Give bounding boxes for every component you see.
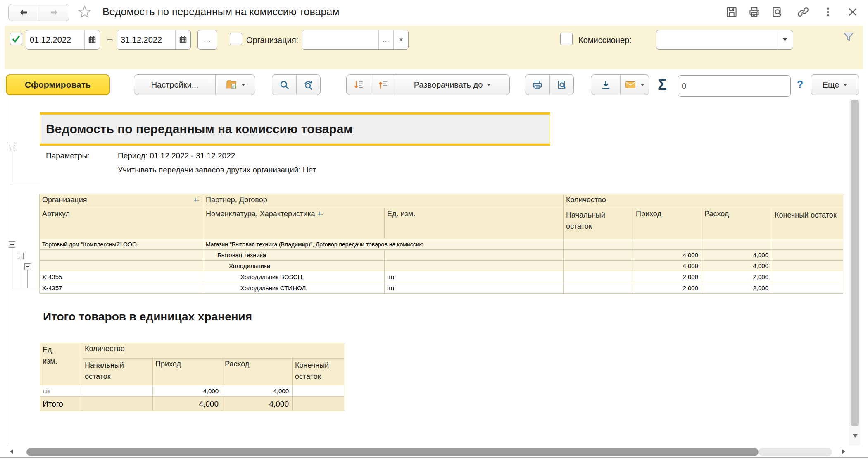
cell-nomenclature[interactable]: Холодильник СТИНОЛ, (203, 282, 385, 294)
commissioner-input[interactable] (656, 30, 777, 49)
scroll-left-arrow[interactable] (10, 449, 13, 454)
cell-expense[interactable]: 4,000 (702, 250, 772, 261)
vertical-scrollbar[interactable] (849, 99, 860, 446)
header-quantity[interactable]: Количество (564, 194, 843, 208)
header-organization[interactable]: Организация (40, 194, 203, 208)
header-end-balance[interactable]: Конечный остаток (772, 208, 843, 239)
totals-header-end[interactable]: Конечный остаток (293, 359, 344, 385)
link-button[interactable] (796, 5, 810, 19)
cell-income[interactable]: 4,000 (153, 397, 222, 411)
totals-row-grand-total[interactable]: Итого 4,000 4,000 (40, 397, 344, 411)
cell-end[interactable] (293, 385, 344, 397)
more-menu-button[interactable] (821, 5, 835, 19)
scroll-down-arrow[interactable] (853, 434, 858, 438)
favorite-star-icon[interactable] (77, 4, 93, 20)
header-artikul[interactable]: Артикул (40, 208, 203, 239)
horizontal-scrollbar[interactable] (8, 447, 848, 457)
cell-expense[interactable]: 4,000 (222, 397, 293, 411)
organization-clear-button[interactable]: × (393, 30, 408, 49)
cell-artikul[interactable]: Х-4357 (40, 282, 203, 294)
date-from-calendar-button[interactable] (84, 30, 100, 49)
cell-start[interactable] (564, 282, 633, 294)
totals-header-quantity[interactable]: Количество (82, 343, 344, 359)
table-row-item[interactable]: Х-4355 Холодильник BOSCH, шт 2,000 2,000 (40, 271, 843, 282)
header-nomenclature[interactable]: Номенклатура, Характеристика (203, 208, 385, 239)
cell-start[interactable] (564, 261, 633, 271)
cell-end[interactable] (772, 282, 843, 294)
header-unit[interactable]: Ед. изм. (385, 208, 564, 239)
totals-header-income[interactable]: Приход (153, 359, 222, 385)
sort-icon[interactable] (318, 211, 324, 217)
print-report-button[interactable] (525, 75, 549, 95)
table-row-item[interactable]: Х-4357 Холодильник СТИНОЛ, шт 2,000 2,00… (40, 282, 843, 294)
cell-nomenclature[interactable]: Бытовая техника (203, 250, 385, 261)
filter-funnel-button[interactable] (842, 31, 855, 44)
cell-organization[interactable]: Торговый дом "Комплексный" ООО (40, 239, 203, 250)
sum-input[interactable] (678, 76, 790, 96)
cell-start[interactable] (564, 271, 633, 282)
table-row-subcategory-group[interactable]: Холодильники 4,000 4,000 (40, 261, 843, 271)
cell-income[interactable]: 4,000 (633, 250, 702, 261)
collapse-groups-button[interactable] (371, 75, 395, 95)
cell-income[interactable] (633, 239, 702, 250)
cell-artikul[interactable] (40, 250, 203, 261)
cell-start[interactable] (564, 250, 633, 261)
cell-nomenclature[interactable]: Холодильники (203, 261, 385, 271)
totals-header-start[interactable]: Начальный остаток (82, 359, 153, 385)
date-from-input[interactable] (26, 30, 84, 49)
print-preview-button[interactable] (549, 75, 573, 95)
period-picker-button[interactable]: ... (197, 30, 217, 50)
table-row-organization-group[interactable]: Торговый дом "Комплексный" ООО Магазин "… (40, 239, 843, 250)
more-actions-button[interactable]: Еще (811, 75, 859, 95)
cell-expense[interactable]: 4,000 (702, 261, 772, 271)
cell-end[interactable] (772, 239, 843, 250)
report-title-cell[interactable]: Ведомость по переданным на комиссию това… (40, 112, 550, 146)
close-button[interactable] (846, 5, 860, 19)
commissioner-dropdown-button[interactable] (777, 30, 793, 49)
cell-start[interactable] (564, 239, 633, 250)
collapse-subcategory-group-button[interactable] (24, 263, 31, 270)
save-button[interactable] (725, 5, 739, 19)
cell-unit[interactable]: шт (385, 282, 564, 294)
cell-income[interactable]: 4,000 (633, 261, 702, 271)
cell-income[interactable]: 4,000 (153, 385, 222, 397)
cell-artikul[interactable] (40, 261, 203, 271)
date-to-input[interactable] (117, 30, 175, 49)
organization-select-button[interactable]: ... (378, 30, 393, 49)
vertical-scrollbar-thumb[interactable] (851, 100, 859, 426)
cell-nomenclature[interactable]: Холодильник BOSCH, (203, 271, 385, 282)
collapse-report-group-button[interactable] (9, 145, 15, 151)
settings-button[interactable]: Настройки... (134, 75, 215, 95)
settings-variants-button[interactable] (215, 75, 255, 95)
back-button[interactable] (9, 4, 39, 21)
cell-end[interactable] (772, 261, 843, 271)
forward-button[interactable] (39, 4, 69, 21)
cell-start[interactable] (82, 385, 153, 397)
cell-expense[interactable]: 4,000 (222, 385, 293, 397)
totals-row-unit[interactable]: шт 4,000 4,000 (40, 385, 344, 397)
cell-end[interactable] (293, 397, 344, 411)
send-mail-button[interactable] (620, 75, 649, 95)
cell-end[interactable] (772, 271, 843, 282)
cell-unit[interactable]: шт (385, 271, 564, 282)
cell-end[interactable] (772, 250, 843, 261)
header-partner[interactable]: Партнер, Договор (203, 194, 564, 208)
cell-unit[interactable] (385, 261, 564, 271)
save-result-button[interactable] (591, 75, 620, 95)
collapse-organization-group-button[interactable] (9, 241, 15, 248)
cell-expense[interactable]: 2,000 (702, 271, 772, 282)
search-next-button[interactable] (296, 75, 320, 95)
help-button[interactable]: ? (797, 79, 803, 91)
cell-start[interactable] (82, 397, 153, 411)
generate-button[interactable]: Сформировать (6, 74, 110, 95)
print-button[interactable] (747, 5, 761, 19)
cell-income[interactable]: 2,000 (633, 282, 702, 294)
totals-header-unit[interactable]: Ед. изм. (40, 343, 82, 385)
cell-total-label[interactable]: Итого (40, 397, 82, 411)
expand-groups-button[interactable] (347, 75, 371, 95)
search-button[interactable] (272, 75, 296, 95)
date-to-calendar-button[interactable] (175, 30, 190, 49)
collapse-category-group-button[interactable] (17, 253, 24, 259)
cell-expense[interactable] (702, 239, 772, 250)
header-start-balance[interactable]: Начальный остаток (564, 208, 633, 239)
